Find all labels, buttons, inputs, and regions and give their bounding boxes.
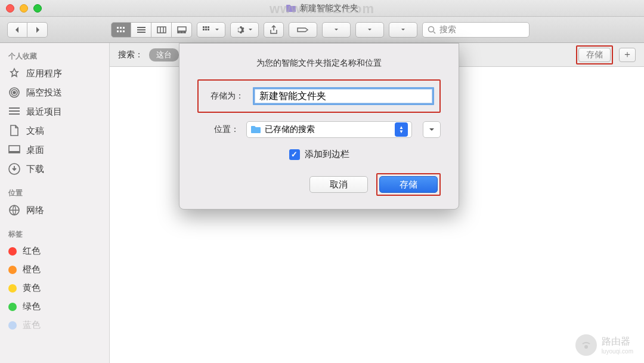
network-icon: [8, 204, 20, 216]
dialog-title: 为您的智能文件夹指定名称和位置: [197, 58, 441, 69]
sidebar: 个人收藏 应用程序 隔空投送 最近项目 文稿: [0, 43, 110, 363]
sidebar-item-recents[interactable]: 最近项目: [0, 102, 109, 121]
expand-location-button[interactable]: [423, 121, 441, 138]
tag-dot-icon: [8, 303, 17, 311]
location-label: 位置：: [197, 124, 239, 135]
dropdown-1[interactable]: [322, 22, 351, 38]
search-scope-pill[interactable]: 这台: [149, 48, 179, 61]
svg-line-23: [434, 32, 435, 33]
svg-rect-8: [137, 32, 145, 33]
back-button[interactable]: [7, 22, 27, 38]
dropdown-2[interactable]: [355, 22, 384, 38]
list-view-button[interactable]: [131, 22, 151, 38]
share-button[interactable]: [264, 22, 284, 38]
svg-rect-29: [9, 113, 20, 115]
sidebar-item-downloads[interactable]: 下载: [0, 159, 109, 179]
sidebar-item-documents[interactable]: 文稿: [0, 121, 109, 140]
arrange-button[interactable]: [197, 22, 225, 38]
sidebar-item-label: 网络: [26, 205, 44, 216]
sidebar-tag-blue[interactable]: 蓝色: [0, 316, 109, 334]
save-button[interactable]: 存储: [379, 176, 438, 193]
add-to-sidebar-checkbox[interactable]: ✓ 添加到边栏: [197, 149, 441, 160]
sidebar-item-label: 红色: [23, 245, 41, 257]
sidebar-item-label: 文稿: [26, 125, 44, 137]
corner-text: 路由器: [602, 336, 633, 348]
airdrop-icon: [8, 87, 20, 99]
svg-rect-20: [205, 29, 207, 30]
locations-header: 位置: [0, 184, 109, 201]
add-criteria-button[interactable]: ＋: [619, 48, 636, 62]
svg-rect-17: [205, 26, 207, 28]
sidebar-item-label: 隔空投送: [26, 87, 62, 99]
search-label: 搜索：: [118, 50, 143, 60]
share-icon: [270, 25, 278, 35]
tag-icon: [297, 26, 309, 33]
icon-view-button[interactable]: [111, 22, 131, 38]
corner-watermark: 路由器 luyouqi.com: [575, 334, 633, 356]
svg-point-34: [584, 345, 588, 349]
toolbar: 搜索: [0, 17, 644, 43]
sidebar-tag-orange[interactable]: 橙色: [0, 260, 109, 279]
svg-rect-3: [117, 30, 119, 32]
svg-point-26: [13, 91, 16, 94]
action-button[interactable]: [230, 22, 259, 38]
tag-dot-icon: [8, 321, 17, 330]
downloads-icon: [8, 163, 20, 175]
gear-icon: [236, 25, 246, 35]
sidebar-item-applications[interactable]: 应用程序: [0, 64, 109, 83]
documents-icon: [8, 125, 20, 137]
svg-rect-14: [181, 32, 182, 33]
sidebar-tag-red[interactable]: 红色: [0, 242, 109, 260]
window-title: 新建智能文件夹: [0, 3, 644, 14]
svg-rect-18: [208, 26, 209, 28]
svg-rect-0: [117, 27, 119, 29]
location-select[interactable]: 已存储的搜索 ▲▼: [246, 121, 412, 138]
sidebar-item-desktop[interactable]: 桌面: [0, 140, 109, 159]
save-as-input[interactable]: [253, 87, 434, 105]
sidebar-item-label: 蓝色: [23, 319, 41, 331]
svg-rect-28: [9, 110, 20, 112]
search-icon: [428, 26, 436, 34]
save-search-button[interactable]: 存储: [578, 48, 611, 62]
sidebar-item-label: 应用程序: [26, 68, 62, 79]
save-dialog: 为您的智能文件夹指定名称和位置 存储为： 位置： 已存储的搜索 ▲▼ ✓ 添加到…: [179, 43, 459, 210]
forward-button[interactable]: [27, 22, 48, 38]
svg-point-22: [429, 26, 434, 32]
sidebar-item-label: 黄色: [23, 282, 41, 294]
titlebar: 新建智能文件夹 www.MacZ.com: [0, 0, 644, 17]
svg-rect-6: [137, 27, 145, 28]
svg-rect-5: [123, 30, 125, 32]
sidebar-item-label: 绿色: [23, 301, 41, 312]
gallery-view-button[interactable]: [172, 22, 192, 38]
sidebar-item-label: 最近项目: [26, 106, 62, 118]
tags-button[interactable]: [289, 22, 317, 38]
folder-icon: [286, 4, 296, 13]
svg-rect-27: [9, 107, 20, 109]
cancel-button[interactable]: 取消: [309, 176, 368, 193]
tags-header: 标签: [0, 226, 109, 242]
router-icon: [575, 334, 597, 356]
corner-sub: luyouqi.com: [602, 348, 633, 355]
nav-buttons: [7, 22, 48, 38]
select-arrows-icon: ▲▼: [395, 122, 408, 137]
sidebar-tag-green[interactable]: 绿色: [0, 297, 109, 316]
sidebar-tag-yellow[interactable]: 黄色: [0, 279, 109, 297]
svg-rect-13: [178, 32, 179, 33]
svg-rect-1: [120, 27, 122, 29]
sidebar-item-label: 桌面: [26, 144, 44, 156]
svg-rect-7: [137, 29, 145, 30]
search-input[interactable]: 搜索: [422, 22, 530, 38]
sidebar-item-label: 下载: [26, 164, 44, 175]
svg-rect-16: [203, 26, 205, 28]
dropdown-3[interactable]: [389, 22, 417, 38]
tag-dot-icon: [8, 284, 17, 293]
svg-rect-4: [120, 30, 122, 32]
svg-rect-15: [184, 32, 185, 33]
svg-rect-12: [178, 27, 186, 31]
sidebar-item-airdrop[interactable]: 隔空投送: [0, 83, 109, 102]
svg-rect-19: [203, 29, 205, 30]
column-view-button[interactable]: [151, 22, 172, 38]
sidebar-item-network[interactable]: 网络: [0, 201, 109, 220]
checkbox-label: 添加到边栏: [305, 149, 349, 160]
desktop-icon: [8, 144, 20, 156]
